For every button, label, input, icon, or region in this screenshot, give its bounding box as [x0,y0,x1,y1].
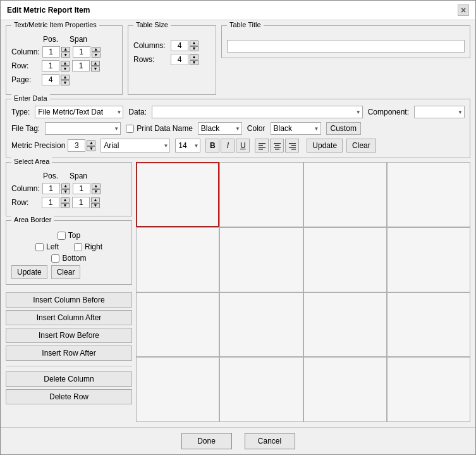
precision-down[interactable]: ▼ [87,146,95,151]
right-checkbox[interactable] [74,243,82,251]
select-row-span-up[interactable]: ▲ [91,197,100,203]
select-col-span-down[interactable]: ▼ [92,189,101,194]
select-col-pos-up[interactable]: ▲ [61,184,70,189]
grid-cell[interactable] [136,357,219,422]
page-up[interactable]: ▲ [61,75,70,80]
top-checkbox[interactable] [58,232,66,240]
delete-row-button[interactable]: Delete Row [6,389,132,404]
rows-input[interactable]: 4 [171,54,188,65]
data-dropdown[interactable]: ▼ [152,106,363,118]
bottom-check-label[interactable]: Bottom [51,254,86,263]
select-col-span-up[interactable]: ▲ [92,184,101,189]
component-dropdown[interactable]: ▼ [414,106,465,118]
col-pos-up[interactable]: ▲ [61,47,70,52]
color-value: Black [274,124,292,133]
grid-cell[interactable] [303,227,387,292]
enter-data-update-button[interactable]: Update [307,139,343,153]
insert-col-before-button[interactable]: Insert Column Before [6,292,132,308]
select-row-pos-down[interactable]: ▼ [61,203,70,208]
grid-cell[interactable] [136,162,219,227]
grid-cell[interactable] [387,357,470,422]
type-dropdown[interactable]: File Metric/Text Dat ▼ [35,106,123,118]
columns-input[interactable]: 4 [171,40,188,51]
custom-button[interactable]: Custom [326,122,361,135]
grid-cell[interactable] [219,357,303,422]
col-pos-down[interactable]: ▼ [61,53,70,58]
select-col-pos-down[interactable]: ▼ [61,189,70,194]
grid-cell[interactable] [136,227,219,292]
bottom-bar: Done Cancel [1,427,475,454]
font-size-dropdown[interactable]: 14 ▼ [175,139,200,153]
color-dropdown[interactable]: Black ▼ [271,122,321,135]
col-span-input[interactable]: 1 [73,46,90,58]
rows-up[interactable]: ▲ [190,54,198,59]
insert-row-after-button[interactable]: Insert Row After [6,346,132,361]
select-row-pos-up[interactable]: ▲ [61,197,70,203]
file-tag-dropdown[interactable]: ▼ [45,122,121,135]
print-data-name-checkbox[interactable] [126,125,134,133]
grid-cell[interactable] [219,227,303,292]
done-button[interactable]: Done [181,433,232,449]
grid-cell[interactable] [219,292,303,358]
row-span-input[interactable]: 1 [72,60,90,72]
right-check-label[interactable]: Right [74,242,102,251]
table-title-input[interactable] [227,40,465,53]
grid-cell[interactable] [219,162,303,227]
col-span-down[interactable]: ▼ [92,53,101,58]
align-right-button[interactable] [285,139,299,153]
bottom-checkbox[interactable] [51,254,59,263]
columns-down[interactable]: ▼ [190,46,198,51]
svg-rect-0 [259,143,265,144]
precision-input[interactable]: 3 [68,139,85,152]
rows-spin-btns: ▲ ▼ [190,54,198,65]
precision-spinbox: 3 ▲ ▼ [68,139,95,152]
italic-button[interactable]: I [221,139,235,153]
underline-button[interactable]: U [236,139,250,153]
row-pos-input[interactable]: 1 [42,60,59,72]
grid-cell[interactable] [387,227,470,292]
align-center-button[interactable] [270,139,284,153]
page-input[interactable]: 4 [42,74,59,85]
row-span-spinbox: 1 ▲ ▼ [72,60,100,72]
border-clear-button[interactable]: Clear [51,265,81,279]
select-row-span-down[interactable]: ▼ [91,203,100,208]
border-update-button[interactable]: Update [11,265,47,279]
cancel-button[interactable]: Cancel [245,433,295,449]
row-pos-up[interactable]: ▲ [61,61,70,66]
print-data-name-checkbox-label[interactable]: Print Data Name [126,124,193,133]
grid-cell[interactable] [303,357,387,422]
grid-cell[interactable] [303,292,387,358]
bold-button[interactable]: B [205,139,219,153]
col-span-up[interactable]: ▲ [92,47,101,52]
select-row-span-input[interactable]: 1 [72,197,90,208]
precision-up[interactable]: ▲ [87,140,95,146]
top-section: Text/Metric Item Properties Pos. Span Co… [6,25,470,95]
select-col-pos-input[interactable]: 1 [42,183,60,194]
grid-cell[interactable] [387,162,470,227]
font-color-dropdown[interactable]: Black ▼ [198,122,242,135]
left-check-label[interactable]: Left [35,242,59,251]
delete-col-button[interactable]: Delete Column [6,371,132,387]
left-checkbox[interactable] [35,243,44,251]
row-span-down[interactable]: ▼ [91,66,100,72]
enter-data-section: Enter Data Type: File Metric/Text Dat ▼ … [6,99,470,158]
close-button[interactable]: × [458,4,469,16]
enter-data-clear-button[interactable]: Clear [346,139,376,153]
grid-cell[interactable] [136,292,219,358]
select-row-pos-input[interactable]: 1 [42,197,59,208]
grid-cell[interactable] [303,162,387,227]
font-name-dropdown[interactable]: Arial ▼ [101,139,170,153]
rows-down[interactable]: ▼ [190,60,198,65]
row-span-up[interactable]: ▲ [91,61,100,66]
grid-area[interactable] [136,162,470,422]
grid-cell[interactable] [387,292,470,358]
top-check-label[interactable]: Top [58,231,80,240]
page-down[interactable]: ▼ [61,80,70,85]
insert-row-before-button[interactable]: Insert Row Before [6,328,132,343]
col-pos-input[interactable]: 1 [42,46,60,58]
insert-col-after-button[interactable]: Insert Column After [6,310,132,325]
select-col-span-input[interactable]: 1 [73,183,90,194]
align-left-button[interactable] [255,139,269,153]
columns-up[interactable]: ▲ [190,41,198,46]
row-pos-down[interactable]: ▼ [61,66,70,72]
